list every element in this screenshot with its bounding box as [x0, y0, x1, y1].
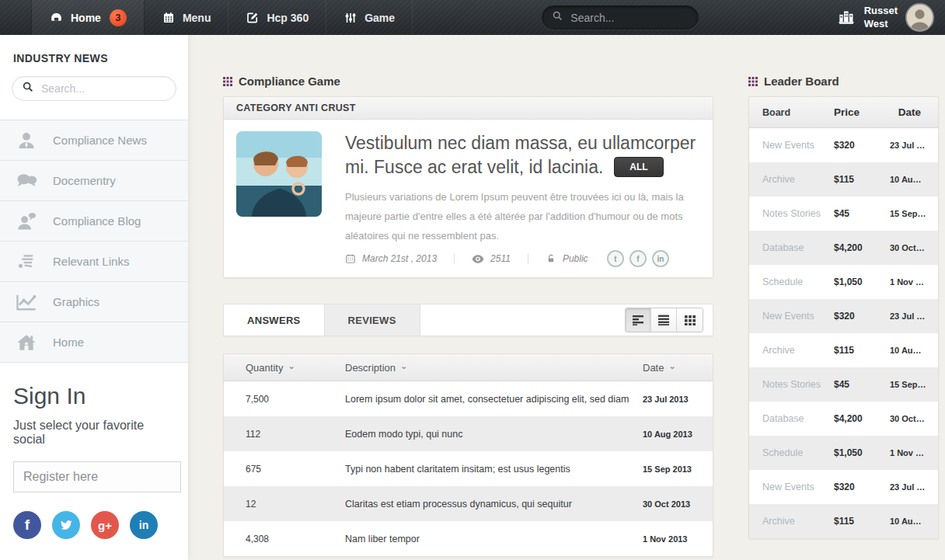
sidebar-title: INDUSTRY NEWS [13, 52, 188, 64]
twitter-share-icon[interactable]: t [607, 250, 624, 267]
leaderboard-table: Board Price Date New Events$32023 Jul 20… [748, 96, 939, 539]
board-cell: New Events [749, 482, 834, 492]
table-row: Archive$11510 Aug 2013 [749, 333, 938, 367]
board-cell: Archive [749, 174, 834, 185]
meta-visibility: Public [528, 253, 605, 264]
nav-item-game[interactable]: Game [326, 0, 413, 35]
price-cell: $1,050 [834, 277, 890, 287]
board-cell: New Events [749, 140, 834, 151]
sort-description[interactable]: Description⌄ [345, 362, 643, 374]
unlock-icon [546, 253, 556, 264]
calendar-icon [162, 11, 176, 25]
user-icon [14, 130, 39, 151]
quantity-cell: 112 [224, 429, 345, 440]
nav-item-menu[interactable]: Menu [145, 0, 229, 35]
table-row: Schedule$1,0501 Nov 2013 [749, 436, 938, 470]
date-cell: 30 Oct 2013 [890, 414, 938, 423]
navbar-search-area [413, 0, 828, 35]
facebook-share-icon[interactable]: f [629, 250, 647, 267]
nav-item-label: Menu [183, 12, 211, 24]
navbar-search[interactable] [542, 5, 699, 30]
share-buttons: t f in [607, 250, 669, 267]
sidebar-item-home[interactable]: Home [0, 322, 188, 363]
sidebar-item-label: Home [53, 336, 84, 349]
comments-icon [14, 170, 39, 192]
tab-answers[interactable]: ANSWERS [224, 304, 324, 336]
date-cell: 1 Nov 2013 [890, 277, 938, 287]
card-category-header: CATEGORY ANTI CRUST [224, 97, 713, 120]
grid-icon [748, 77, 758, 86]
table-row: 7,500Lorem ipsum dolor sit amet, consect… [224, 381, 713, 416]
detail-list-view-icon[interactable] [626, 308, 651, 332]
tab-reviews[interactable]: REVIEWS [324, 304, 420, 336]
top-navbar: Home 3 Menu Hcp 360 Game Russet [0, 0, 945, 35]
board-cell: Schedule [749, 277, 834, 287]
price-cell: $115 [834, 516, 890, 527]
avatar[interactable] [905, 3, 934, 32]
table-row: 112Eodem modo typi, qui nunc10 Aug 2013 [224, 416, 713, 451]
date-cell: 15 Sep 2013 [643, 464, 713, 474]
price-cell: $320 [834, 140, 890, 151]
table-row: Database$4,20030 Oct 2013 [749, 231, 938, 265]
date-cell: 10 Aug 2013 [643, 430, 713, 439]
sidebar-item-compliance-news[interactable]: Compliance News [0, 120, 188, 161]
notification-badge[interactable]: 3 [110, 9, 127, 26]
twitter-icon[interactable] [52, 511, 80, 539]
board-cell: Schedule [749, 447, 834, 458]
board-header: Board [749, 107, 834, 118]
page-title: Compliance Game [239, 75, 340, 88]
sidebar-item-graphics[interactable]: Graphics [0, 282, 188, 322]
date-cell: 10 Aug 2013 [890, 175, 938, 184]
price-cell: $4,200 [834, 242, 890, 253]
main-section-title: Compliance Game [223, 75, 713, 88]
date-cell: 10 Aug 2013 [890, 346, 938, 355]
sidebar-search-input[interactable] [41, 82, 158, 95]
nav-item-home[interactable]: Home 3 [31, 0, 145, 35]
view-toggle-group [625, 308, 703, 332]
description-cell: Eodem modo typi, qui nunc [345, 429, 643, 440]
table-row: Notes Stories$4515 Sep 2013 [749, 197, 938, 231]
date-cell: 23 Jul 2013 [890, 482, 938, 492]
navbar-search-input[interactable] [570, 12, 679, 24]
date-cell: 1 Nov 2013 [890, 448, 938, 457]
sort-date[interactable]: Date⌄ [643, 362, 713, 374]
price-cell: $115 [834, 345, 890, 356]
sidebar-item-docementry[interactable]: Docementry [0, 161, 188, 201]
leaderboard-column: Leader Board Board Price Date New Events… [748, 75, 939, 560]
grid-icon [223, 77, 232, 86]
home-icon [14, 332, 39, 353]
nav-item-hcp360[interactable]: Hcp 360 [228, 0, 326, 35]
nav-item-label: Hcp 360 [267, 12, 309, 24]
chart-icon [14, 291, 39, 313]
chevron-down-icon: ⌄ [288, 362, 295, 370]
linkedin-share-icon[interactable]: in [652, 250, 669, 267]
user-chat-icon [14, 210, 39, 232]
linkedin-icon[interactable]: in [130, 511, 158, 539]
buildings-icon [836, 6, 856, 30]
leaderboard-table-header: Board Price Date [749, 97, 938, 128]
table-row: Archive$11510 Aug 2013 [749, 504, 938, 538]
google-plus-icon[interactable]: g+ [91, 511, 119, 539]
chevron-down-icon: ⌄ [668, 362, 675, 370]
sidebar-item-relevant-links[interactable]: Relevant Links [0, 242, 188, 282]
table-row: New Events$32023 Jul 2013 [749, 299, 938, 333]
facebook-icon[interactable]: f [13, 511, 41, 539]
sidebar-item-label: Relevant Links [53, 255, 129, 268]
list-view-icon[interactable] [651, 308, 677, 332]
sidebar-item-label: Compliance Blog [53, 214, 141, 228]
table-row: 12Claritas est etiam processus dynamicus… [224, 486, 713, 521]
sidebar-item-compliance-blog[interactable]: Compliance Blog [0, 201, 188, 242]
social-buttons: f g+ in [13, 511, 175, 539]
grid-view-icon[interactable] [677, 308, 703, 332]
date-cell: 30 Oct 2013 [890, 243, 938, 252]
signin-section: Sign In Just select your favorite social… [0, 363, 188, 560]
compliance-card: CATEGORY ANTI CRUST Vestibulum nec diam … [223, 96, 713, 278]
table-row: New Events$32023 Jul 2013 [749, 470, 938, 504]
main-column: Compliance Game CATEGORY ANTI CRUST Vest… [223, 75, 713, 560]
user-menu[interactable]: Russet West [828, 0, 945, 35]
sidebar-search[interactable] [12, 76, 176, 101]
sort-quantity[interactable]: Quantity⌄ [246, 362, 345, 374]
register-input[interactable] [13, 461, 181, 492]
all-button[interactable]: ALL [614, 157, 663, 177]
search-icon [22, 81, 34, 96]
